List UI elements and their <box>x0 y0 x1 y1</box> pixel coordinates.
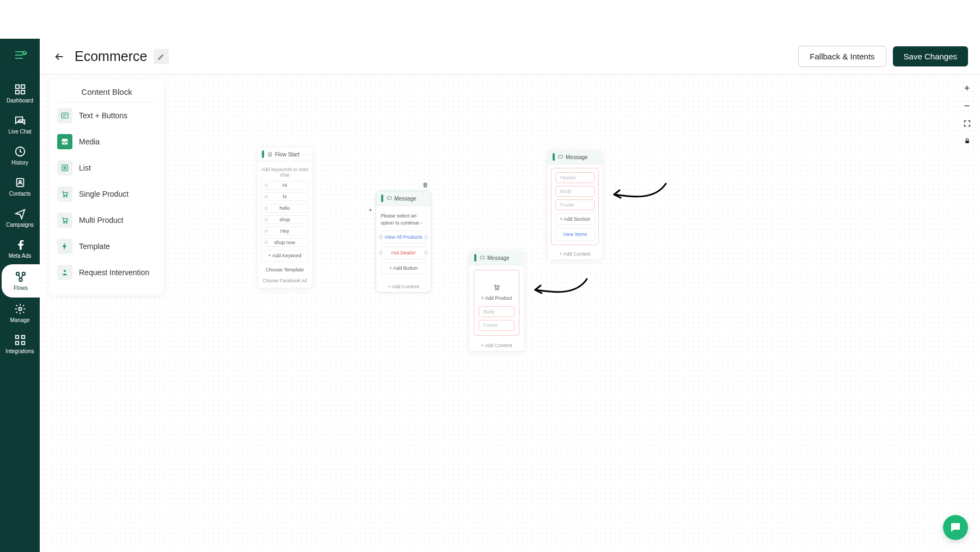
body-field[interactable]: Body <box>555 186 595 197</box>
svg-rect-16 <box>62 113 68 118</box>
svg-rect-14 <box>15 342 19 345</box>
flows-icon <box>15 271 27 283</box>
save-button[interactable]: Save Changes <box>893 46 968 66</box>
nav-manage[interactable]: Manage <box>0 298 40 329</box>
block-template[interactable]: Template <box>50 233 164 259</box>
svg-rect-3 <box>15 90 19 94</box>
keyword-hint: Add keywords to start chat <box>261 165 309 181</box>
chat-icon <box>14 114 26 126</box>
nav-flows[interactable]: Flows <box>2 264 40 298</box>
nav-livechat[interactable]: Live Chat <box>0 109 40 140</box>
nav-metaads[interactable]: Meta Ads <box>0 233 40 264</box>
block-multi-product[interactable]: Multi Product <box>50 207 164 233</box>
text-icon <box>57 108 72 123</box>
nav-label: Integrations <box>5 348 34 354</box>
node-flow-start[interactable]: Flow Start ⋯ Add keywords to start chat … <box>258 148 312 288</box>
add-keyword[interactable]: + Add Keyword <box>261 250 309 262</box>
keyword-row[interactable]: shop now <box>261 238 309 247</box>
view-items[interactable]: View Items <box>555 228 595 241</box>
node-menu[interactable]: ⋯ <box>302 151 308 157</box>
message-icon <box>480 255 485 260</box>
send-icon <box>14 208 26 220</box>
node-title: Message <box>487 255 510 261</box>
svg-rect-4 <box>21 90 24 94</box>
lock-button[interactable] <box>961 135 973 147</box>
add-button[interactable]: + Add Button <box>381 262 426 274</box>
message-text: Please select an option to continue - <box>381 210 426 230</box>
keyword-row[interactable]: Hey <box>261 227 309 235</box>
grid-icon <box>14 83 26 95</box>
message-icon <box>558 154 564 160</box>
zoom-in-button[interactable]: + <box>961 82 973 94</box>
bolt-icon <box>57 239 72 254</box>
footer-field[interactable]: Footer <box>555 199 595 210</box>
choose-template[interactable]: Choose Template <box>261 264 309 275</box>
svg-point-11 <box>19 307 22 311</box>
nav-contacts[interactable]: Contacts <box>0 171 40 202</box>
content-block-panel: Content Block Text + Buttons Media List … <box>50 80 164 295</box>
keyword-row[interactable]: shop <box>261 215 309 224</box>
svg-point-21 <box>64 222 65 223</box>
add-content[interactable]: + Add Content <box>469 340 524 351</box>
svg-point-7 <box>19 180 21 183</box>
cart-icon <box>57 186 72 202</box>
add-product[interactable]: + Add Product <box>479 294 514 306</box>
block-label: Text + Buttons <box>79 111 127 120</box>
nav-dashboard[interactable]: Dashboard <box>0 78 40 109</box>
choose-ad[interactable]: Choose Facebook Ad <box>261 275 309 284</box>
contacts-icon <box>14 177 26 189</box>
nav-history[interactable]: History <box>0 140 40 171</box>
block-list[interactable]: List <box>50 155 164 181</box>
facebook-icon <box>14 239 26 251</box>
add-input-icon[interactable]: + <box>369 207 372 213</box>
block-intervention[interactable]: Request Intervention <box>50 259 164 286</box>
svg-point-19 <box>64 196 65 197</box>
layers-icon <box>267 151 273 157</box>
pencil-icon <box>157 53 165 60</box>
fullscreen-button[interactable] <box>961 117 973 129</box>
svg-point-23 <box>64 270 66 272</box>
svg-point-28 <box>498 289 499 290</box>
nav-label: Contacts <box>9 191 30 197</box>
nav-campaigns[interactable]: Campaigns <box>0 202 40 233</box>
node-message-list[interactable]: Message Header Body Footer + Add Section… <box>548 150 602 259</box>
node-message-options[interactable]: 🗑 + Message Please select an option to c… <box>376 191 431 292</box>
edit-button[interactable] <box>154 49 169 64</box>
block-label: Request Intervention <box>79 268 149 277</box>
back-button[interactable] <box>52 49 67 64</box>
option-view-all[interactable]: View All Products <box>381 230 426 244</box>
cart-icon <box>57 213 72 228</box>
header-field[interactable]: Header <box>555 172 595 183</box>
option-hot-deals[interactable]: Hot Deals!! <box>381 246 426 259</box>
nav-label: Flows <box>14 285 28 291</box>
add-content[interactable]: + Add Content <box>376 281 431 292</box>
list-icon <box>57 160 72 175</box>
fallback-button[interactable]: Fallback & Intents <box>798 46 886 67</box>
svg-rect-29 <box>965 140 969 143</box>
svg-rect-25 <box>559 155 563 158</box>
keyword-row[interactable]: hello <box>261 204 309 213</box>
block-media[interactable]: Media <box>50 129 164 155</box>
flow-canvas[interactable]: Content Block Text + Buttons Media List … <box>40 75 980 552</box>
nav-label: Meta Ads <box>9 253 32 259</box>
add-section[interactable]: + Add Section <box>555 213 595 225</box>
keyword-row[interactable]: hi <box>261 192 309 201</box>
zoom-out-button[interactable]: − <box>961 100 973 112</box>
add-content[interactable]: + Add Content <box>548 248 602 259</box>
svg-rect-26 <box>480 256 485 259</box>
cart-icon <box>479 281 514 294</box>
chat-fab[interactable] <box>943 515 968 540</box>
delete-icon[interactable]: 🗑 <box>422 181 428 188</box>
node-message-product[interactable]: Message + Add Product Body Footer + Add … <box>469 251 524 351</box>
footer-field[interactable]: Footer <box>479 320 514 331</box>
panel-title: Content Block <box>57 87 156 102</box>
block-text-buttons[interactable]: Text + Buttons <box>50 102 164 129</box>
nav-integrations[interactable]: Integrations <box>0 329 40 360</box>
annotation-arrow <box>606 181 671 208</box>
body-field[interactable]: Body <box>479 306 514 317</box>
block-single-product[interactable]: Single Product <box>50 181 164 207</box>
block-label: Template <box>79 242 110 251</box>
svg-rect-24 <box>387 197 391 199</box>
nav-label: History <box>11 160 28 166</box>
keyword-row[interactable]: Hi <box>261 181 309 190</box>
